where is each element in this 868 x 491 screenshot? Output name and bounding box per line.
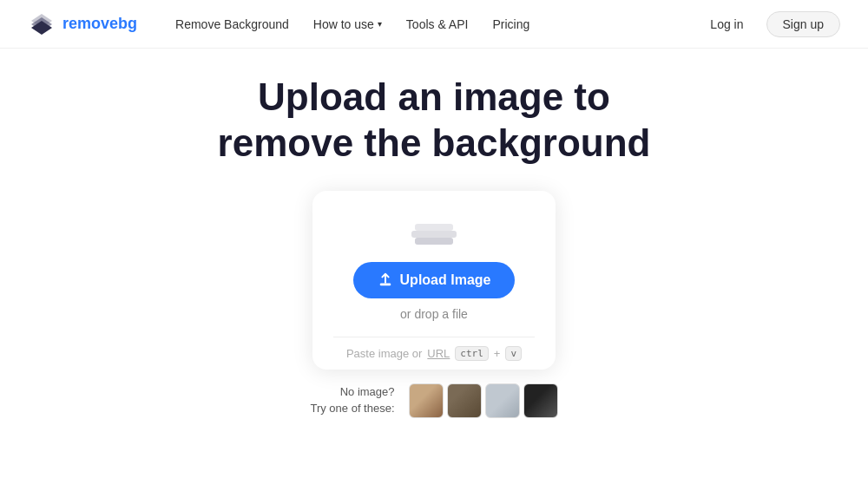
nav-how-to-use[interactable]: How to use ▾ <box>303 12 392 36</box>
sample-thumb-person[interactable] <box>409 383 444 418</box>
logo-icon <box>28 10 56 38</box>
sample-thumb-car[interactable] <box>485 383 520 418</box>
logo[interactable]: removebg <box>28 10 137 38</box>
layer-icon-bot <box>415 238 453 245</box>
navbar: removebg Remove Background How to use ▾ … <box>0 0 868 49</box>
nav-tools-api[interactable]: Tools & API <box>396 12 479 36</box>
layer-icon-top <box>415 224 453 231</box>
nav-pricing[interactable]: Pricing <box>482 12 540 36</box>
nav-right: Log in Sign up <box>698 11 840 37</box>
svg-rect-3 <box>379 283 391 285</box>
upload-icon-area <box>411 219 457 245</box>
sample-thumb-dark[interactable] <box>523 383 558 418</box>
logo-text: removebg <box>62 15 137 33</box>
samples-images <box>409 383 558 418</box>
drop-text: or drop a file <box>400 307 468 321</box>
hero-section: Upload an image to remove the background… <box>0 49 868 418</box>
chevron-down-icon: ▾ <box>378 19 382 29</box>
nav-links: Remove Background How to use ▾ Tools & A… <box>165 12 698 36</box>
samples-row: No image? Try one of these: <box>310 383 557 418</box>
upload-arrow-icon <box>378 272 393 288</box>
hero-title: Upload an image to remove the background <box>218 75 651 167</box>
paste-bar: Paste image or URL ctrl + v <box>333 337 535 370</box>
sample-thumb-animal[interactable] <box>447 383 482 418</box>
login-button[interactable]: Log in <box>698 12 755 36</box>
layers-icon <box>411 219 457 245</box>
paste-url-link[interactable]: URL <box>427 347 450 360</box>
kbd-v: v <box>505 346 522 361</box>
samples-label: No image? Try one of these: <box>310 384 394 416</box>
kbd-ctrl: ctrl <box>455 346 489 361</box>
upload-box: Upload Image or drop a file Paste image … <box>312 191 556 370</box>
layer-icon-mid <box>411 231 457 238</box>
upload-image-button[interactable]: Upload Image <box>353 262 516 298</box>
nav-remove-background[interactable]: Remove Background <box>165 12 299 36</box>
signup-button[interactable]: Sign up <box>766 11 840 37</box>
